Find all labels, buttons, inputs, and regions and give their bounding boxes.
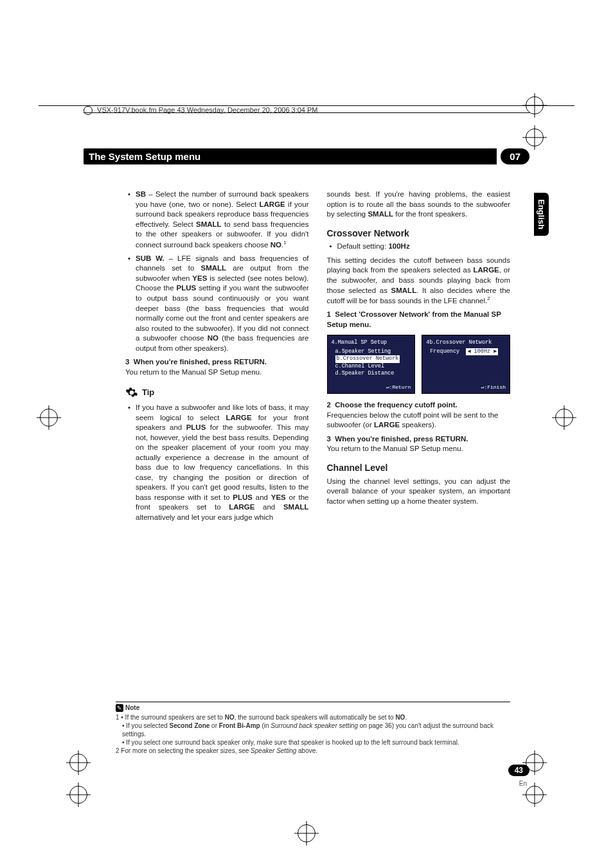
crop-mark-icon — [555, 409, 573, 427]
crop-mark-icon — [40, 409, 58, 427]
bullet-sb: SB – Select the number of surround back … — [125, 190, 309, 250]
step-3-finish: 3 When you're finished, press RETURN. — [125, 357, 309, 368]
tip-heading: Tip — [125, 386, 309, 399]
crossover-step-3: 3 When you're finished, press RETURN. — [327, 434, 511, 445]
osd-row: 4.Manual SP Setup a.Speaker Setting b.Cr… — [327, 335, 511, 394]
crossover-step-3-body: You return to the Manual SP Setup menu. — [327, 444, 511, 454]
footnote-1-line2: • If you selected Second Zone or Front B… — [116, 722, 510, 738]
chapter-title: The System Setup menu — [84, 148, 497, 164]
bullet-subw: SUB W. – LFE signals and bass frequencie… — [125, 254, 309, 353]
crossover-step-2: 2 Choose the frequency cutoff point. — [327, 400, 511, 411]
crossover-step-2-body: Frequencies below the cutoff point will … — [327, 411, 511, 430]
crop-mark-icon — [526, 786, 544, 804]
chapter-title-bar: The System Setup menu 07 — [84, 148, 529, 164]
tip-label: Tip — [142, 387, 154, 398]
osd-crossover-network: 4b.Crossover Network Frequency ◀ 100Hz ▶… — [422, 335, 510, 394]
crossover-step-1: 1 Select 'Crossover Network' from the Ma… — [327, 310, 511, 330]
note-icon: ✎ — [116, 704, 123, 712]
footnote-ref-2: 2 — [487, 296, 490, 301]
tip-body: If you have a subwoofer and like lots of… — [125, 403, 309, 522]
heading-channel-level: Channel Level — [327, 462, 511, 474]
chapter-number: 07 — [501, 148, 529, 164]
crossover-body: This setting decides the cutoff between … — [327, 256, 511, 306]
crop-mark-icon — [526, 128, 544, 146]
channel-level-body: Using the channel level settings, you ca… — [327, 477, 511, 507]
right-column: sounds best. If you're having problems, … — [327, 190, 511, 526]
crop-mark-small-icon — [84, 106, 93, 115]
page-number: 43 — [508, 765, 529, 776]
heading-crossover: Crossover Network — [327, 227, 511, 240]
crop-mark-icon — [69, 754, 87, 772]
label-subw: SUB W. — [136, 254, 164, 262]
step-3-body: You return to the Manual SP Setup menu. — [125, 368, 309, 378]
footnote-2: 2 For more on selecting the speaker size… — [116, 747, 510, 755]
crossover-default: Default setting: 100Hz — [327, 242, 511, 252]
label-sb: SB — [136, 190, 146, 198]
footnote-ref-1: 1 — [283, 240, 286, 245]
crop-mark-icon — [298, 824, 315, 842]
gear-icon — [125, 386, 138, 399]
footnote-1-line1: 1 • If the surround speakers are set to … — [116, 713, 510, 722]
page-language-code: En — [519, 780, 527, 787]
footnote-1-line3: • If you select one surround back speake… — [116, 738, 510, 747]
osd-manual-sp-setup: 4.Manual SP Setup a.Speaker Setting b.Cr… — [327, 335, 416, 394]
left-column: SB – Select the number of surround back … — [125, 190, 309, 526]
language-tab: English — [534, 193, 549, 236]
crop-mark-icon — [69, 786, 87, 804]
body-columns: SB – Select the number of surround back … — [125, 190, 510, 526]
footnotes: ✎Note 1 • If the surround speakers are s… — [116, 702, 510, 755]
running-head: VSX-917V.book.fm Page 43 Wednesday, Dece… — [84, 106, 529, 116]
tip-continuation: sounds best. If you're having problems, … — [327, 190, 511, 220]
note-label: Note — [125, 704, 139, 711]
running-head-text: VSX-917V.book.fm Page 43 Wednesday, Dece… — [97, 106, 317, 114]
